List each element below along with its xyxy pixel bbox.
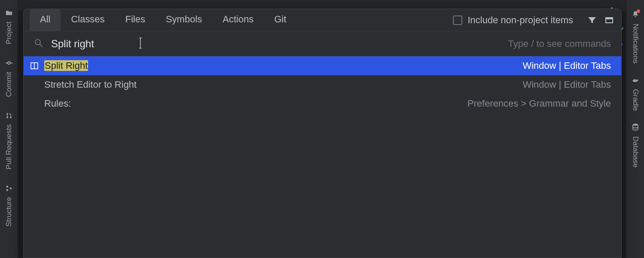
blank-icon [29,79,40,90]
result-label: Rules: [44,98,71,109]
commit-icon [6,60,12,68]
tab-label: Classes [71,14,104,25]
tool-label: Database [631,136,640,168]
structure-icon [6,185,12,194]
tab-label: Files [125,14,145,25]
search-everywhere-popup: All Classes Files Symbols Actions Git In… [23,9,622,258]
svg-rect-7 [10,187,12,189]
blank-icon [29,98,40,109]
tab-label: Symbols [166,14,202,25]
search-tabs: All Classes Files Symbols Actions Git In… [24,9,621,31]
database-icon [632,123,639,133]
result-path: Window | Editor Tabs [522,60,611,71]
tab-symbols[interactable]: Symbols [155,9,212,31]
tab-classes[interactable]: Classes [61,9,115,31]
svg-point-4 [6,117,8,118]
tab-label: All [40,14,50,25]
result-row[interactable]: Stretch Editor to Right Window | Editor … [24,75,621,94]
tool-label: Project [5,22,13,44]
svg-point-14 [35,40,40,45]
result-path: Preferences > Grammar and Style [468,98,611,109]
pull-request-icon [6,112,12,121]
svg-point-18 [633,123,638,126]
result-label: Stretch Editor to Right [44,79,137,90]
tab-label: Actions [223,14,254,25]
bell-icon [632,10,639,20]
result-row[interactable]: Rules: Preferences > Grammar and Style [24,94,621,113]
notification-dot-icon [637,9,640,13]
tool-window-project[interactable]: Project [5,9,13,44]
svg-rect-13 [606,18,613,19]
tool-window-commit[interactable]: Commit [5,60,13,97]
tab-actions[interactable]: Actions [213,9,264,31]
tool-label: Notifications [631,24,640,64]
result-row[interactable]: Split Right Window | Editor Tabs [24,56,621,75]
svg-rect-8 [6,189,8,191]
open-in-window-icon[interactable] [603,14,615,26]
tool-window-structure[interactable]: Structure [5,185,13,227]
gradle-icon [632,76,639,86]
search-input[interactable]: Split right [51,38,94,50]
tool-window-notifications[interactable]: Notifications [631,10,640,64]
svg-point-3 [6,113,8,115]
text-cursor-icon [137,37,145,51]
result-label: Split Right [44,60,88,71]
search-icon [34,38,43,49]
result-path: Window | Editor Tabs [522,79,611,90]
folder-icon [6,9,12,18]
app-root: Project Commit Pull Requests Structure [0,0,644,258]
svg-line-15 [40,44,43,47]
tab-files[interactable]: Files [115,9,155,31]
filter-icon[interactable] [586,14,598,26]
svg-point-5 [10,117,12,118]
tool-label: Pull Requests [5,124,13,169]
search-input-row[interactable]: Split right Type / to see commands [24,31,621,56]
split-right-icon [29,60,40,71]
tab-label: Git [274,14,286,25]
tab-all[interactable]: All [30,9,61,31]
checkbox-icon [453,15,462,25]
tab-git[interactable]: Git [264,9,297,31]
search-results: Split Right Window | Editor Tabs Stretch… [24,56,621,258]
right-tool-rail: Notifications Gradle Database [626,0,644,258]
tool-label: Structure [5,197,13,227]
svg-point-0 [8,62,10,64]
tool-window-database[interactable]: Database [631,123,640,168]
tool-window-pull-requests[interactable]: Pull Requests [5,112,13,169]
left-tool-rail: Project Commit Pull Requests Structure [0,0,18,258]
search-hint: Type / to see commands [508,38,611,49]
tool-window-gradle[interactable]: Gradle [631,76,640,111]
include-non-project-checkbox[interactable]: Include non-project items [453,15,573,26]
svg-rect-6 [6,186,8,187]
tool-label: Commit [5,72,13,97]
checkbox-label: Include non-project items [468,15,573,26]
editor-area: All Classes Files Symbols Actions Git In… [18,0,626,258]
tool-label: Gradle [631,89,640,111]
